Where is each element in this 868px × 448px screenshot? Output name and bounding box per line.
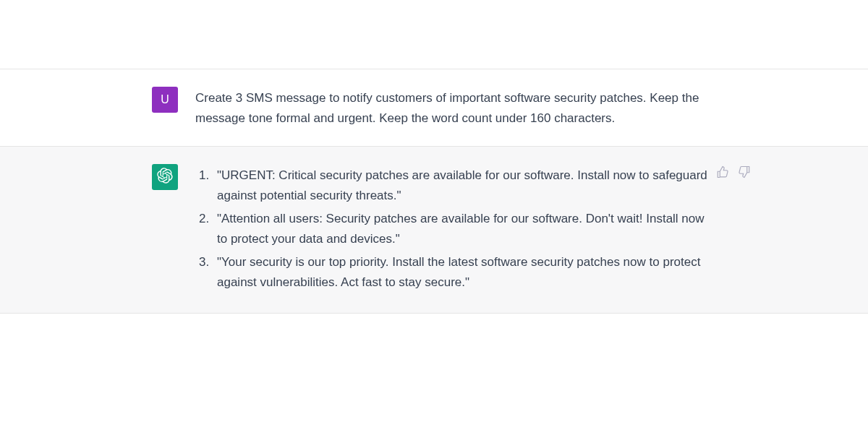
user-avatar: U bbox=[152, 87, 178, 113]
thumbs-up-icon bbox=[716, 165, 729, 178]
list-item: "Attention all users: Security patches a… bbox=[213, 209, 716, 249]
assistant-avatar bbox=[152, 164, 178, 190]
user-avatar-letter: U bbox=[161, 93, 169, 106]
user-prompt-text: Create 3 SMS message to notify customers… bbox=[195, 87, 716, 129]
feedback-controls bbox=[716, 165, 752, 180]
openai-logo-icon bbox=[157, 168, 173, 186]
thumbs-down-icon bbox=[738, 165, 751, 178]
list-item: "Your security is our top priority. Inst… bbox=[213, 252, 716, 293]
assistant-message: "URGENT: Critical security patches are a… bbox=[0, 146, 868, 314]
response-list: "URGENT: Critical security patches are a… bbox=[195, 165, 716, 293]
thumbs-up-button[interactable] bbox=[716, 165, 731, 180]
thumbs-down-button[interactable] bbox=[738, 165, 752, 180]
list-item: "URGENT: Critical security patches are a… bbox=[213, 165, 716, 206]
assistant-response: "URGENT: Critical security patches are a… bbox=[195, 164, 716, 296]
user-message: U Create 3 SMS message to notify custome… bbox=[0, 69, 868, 146]
top-spacer bbox=[0, 0, 868, 69]
